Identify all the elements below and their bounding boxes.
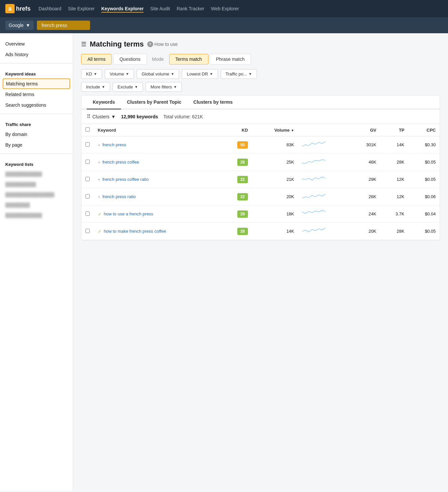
cpc-cell: $0.06 [408, 188, 440, 205]
row-checkbox[interactable] [85, 229, 90, 233]
row-checkbox[interactable] [85, 194, 90, 198]
sidebar-blurred-5: ████████████ [0, 210, 73, 220]
add-icon[interactable]: + [98, 194, 100, 199]
sidebar-item-ads-history[interactable]: Ads history [0, 49, 73, 60]
row-checkbox[interactable] [85, 160, 90, 164]
menu-icon[interactable]: ☰ [81, 41, 86, 48]
keyword-link[interactable]: how to make french press coffee [104, 229, 166, 234]
gv-cell: 301K [350, 136, 381, 154]
volume-cell: 21K [252, 171, 298, 188]
table-row: + french press ratio 22 20K 26K 12K $0.0… [81, 188, 440, 205]
sub-tab-clusters-parent[interactable]: Clusters by Parent Topic [121, 95, 187, 109]
sidebar-blurred-1: ████████████ [0, 169, 73, 179]
nav-site-audit[interactable]: Site Audit [150, 5, 170, 13]
nav-keywords-explorer[interactable]: Keywords Explorer [101, 5, 144, 13]
nav-web-explorer[interactable]: Web Explorer [211, 5, 239, 13]
filter-kd[interactable]: KD ▼ [81, 69, 102, 79]
filter-more[interactable]: More filters ▼ [146, 82, 182, 92]
nav-rank-tracker[interactable]: Rank Tracker [176, 5, 204, 13]
search-query-display[interactable]: french press [37, 21, 90, 30]
add-icon[interactable]: + [98, 142, 100, 148]
cpc-cell: $0.04 [408, 205, 440, 223]
cpc-cell: $0.05 [408, 154, 440, 171]
keyword-link[interactable]: french press coffee ratio [102, 177, 149, 182]
sidebar-item-by-page[interactable]: By page [0, 140, 73, 150]
sidebar-section-keyword-lists: Keyword lists [0, 157, 73, 169]
results-card: Keywords Clusters by Parent Topic Cluste… [81, 95, 440, 240]
volume-cell: 20K [252, 188, 298, 205]
kd-badge: 22 [237, 193, 248, 200]
sidebar-divider-3 [0, 154, 73, 154]
table-row: + french press 50 83K 301K 14K $0.30 [81, 136, 440, 154]
filter-traffic-potential[interactable]: Traffic po... ▼ [221, 69, 257, 79]
sidebar-section-traffic-share: Traffic share [0, 117, 73, 129]
keyword-link[interactable]: how to use a french press [104, 211, 153, 216]
gv-cell: 26K [350, 188, 381, 205]
page-title: Matching terms [90, 40, 144, 49]
row-checkbox[interactable] [85, 142, 90, 147]
kd-badge: 28 [237, 159, 248, 166]
select-all-checkbox[interactable] [85, 127, 90, 132]
volume-cell: 83K [252, 136, 298, 154]
chevron-icon: ▼ [135, 85, 138, 89]
gv-cell: 29K [350, 171, 381, 188]
tp-cell: 28K [380, 154, 408, 171]
tp-cell: 12K [380, 171, 408, 188]
search-bar: Google ▼ french press [0, 17, 448, 33]
how-to-use-label: How to use [155, 42, 178, 47]
tab-mode[interactable]: Mode [148, 54, 168, 64]
filter-exclude[interactable]: Exclude ▼ [113, 82, 143, 92]
kd-cell: 50 [221, 136, 252, 154]
keyword-cell: + french press coffee ratio [94, 171, 221, 188]
table-row: + french press coffee ratio 22 21K 29K 1… [81, 171, 440, 188]
sub-tab-clusters-terms[interactable]: Clusters by terms [187, 95, 239, 109]
cpc-cell: $0.05 [408, 171, 440, 188]
filter-global-volume[interactable]: Global volume ▼ [137, 69, 179, 79]
how-to-use-button[interactable]: ? How to use [147, 41, 178, 47]
logo[interactable]: a hrefs [5, 4, 31, 13]
sidebar-item-matching-terms[interactable]: Matching terms [3, 78, 70, 89]
sidebar-item-by-domain[interactable]: By domain [0, 129, 73, 140]
row-checkbox-cell [81, 205, 94, 223]
cpc-header: CPC [408, 124, 440, 136]
row-checkbox[interactable] [85, 177, 90, 181]
gv-header: GV [350, 124, 381, 136]
chevron-icon: ▼ [126, 72, 129, 76]
nav-site-explorer[interactable]: Site Explorer [68, 5, 95, 13]
row-checkbox-cell [81, 154, 94, 171]
add-icon[interactable]: + [98, 160, 100, 165]
table-row: + french press coffee 28 25K 46K 28K $0.… [81, 154, 440, 171]
kd-cell: 22 [221, 188, 252, 205]
volume-sort-icon: ▼ [291, 129, 294, 132]
filter-volume[interactable]: Volume ▼ [105, 69, 134, 79]
volume-header[interactable]: Volume ▼ [252, 124, 298, 136]
tab-questions[interactable]: Questions [113, 54, 147, 64]
sub-tab-keywords[interactable]: Keywords [87, 95, 121, 109]
sidebar-item-related-terms[interactable]: Related terms [0, 89, 73, 100]
sidebar: Overview Ads history Keyword ideas Match… [0, 33, 73, 491]
check-icon: ✓ [98, 211, 102, 217]
stats-row: ⠿ Clusters ▼ 12,990 keywords Total volum… [81, 109, 440, 124]
sidebar-item-overview[interactable]: Overview [0, 39, 73, 49]
sidebar-item-search-suggestions[interactable]: Search suggestions [0, 100, 73, 110]
keyword-link[interactable]: french press [102, 142, 126, 147]
tab-terms-match[interactable]: Terms match [169, 54, 208, 64]
engine-selector[interactable]: Google ▼ [5, 21, 34, 30]
filter-lowest-dr[interactable]: Lowest DR ▼ [182, 69, 218, 79]
clusters-button[interactable]: ⠿ Clusters ▼ [87, 113, 116, 120]
sparkline-chart [302, 191, 325, 201]
nav-dashboard[interactable]: Dashboard [39, 5, 61, 13]
nav-links: Dashboard Site Explorer Keywords Explore… [39, 5, 239, 13]
keyword-link[interactable]: french press ratio [102, 194, 136, 199]
engine-chevron-icon: ▼ [26, 23, 30, 28]
row-checkbox[interactable] [85, 211, 90, 216]
tab-all-terms[interactable]: All terms [81, 54, 112, 64]
add-icon[interactable]: + [98, 177, 100, 182]
tab-phrase-match[interactable]: Phrase match [210, 54, 251, 64]
tp-cell: 28K [380, 223, 408, 240]
engine-label: Google [9, 23, 24, 28]
kd-cell: 28 [221, 223, 252, 240]
filter-include[interactable]: Include ▼ [81, 82, 110, 92]
gv-cell: 20K [350, 223, 381, 240]
keyword-link[interactable]: french press coffee [102, 160, 139, 165]
